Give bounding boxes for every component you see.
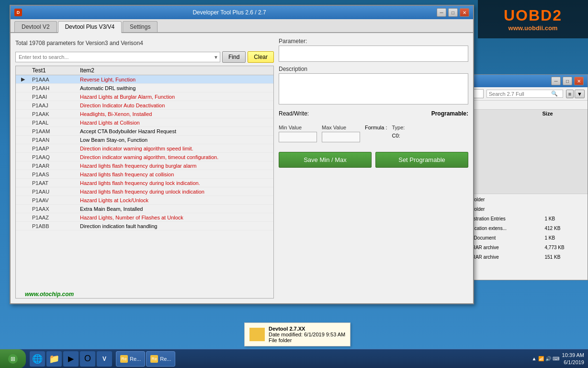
table-row[interactable]: P1AAI Hazard Lights at Burglar Alarm, Fu… <box>16 92 273 101</box>
search-input[interactable] <box>15 52 220 62</box>
pinned-apps: 🌐 📁 ▶ O V <box>30 351 112 367</box>
table-row[interactable]: ▶ P1AAA Reverse Light, Function <box>16 75 273 84</box>
table-row[interactable]: P1AAN Low Beam Stay-on, Function <box>16 136 273 144</box>
table-row[interactable]: P1AAQ Direction indicator warning algori… <box>16 153 273 161</box>
fe-search-input[interactable] <box>489 91 551 97</box>
file-type: Registration Entries <box>464 216 542 221</box>
fe-search-box[interactable]: 🔍 <box>486 90 563 98</box>
param-code: P1AAI <box>30 93 78 100</box>
tooltip-name: Devtool 2.7.XX <box>269 326 345 332</box>
media-icon[interactable]: ▶ <box>63 351 79 367</box>
tab-devtool-v2[interactable]: Devtool V2 <box>14 21 57 32</box>
fe-view-btn2[interactable]: ▼ <box>575 90 585 98</box>
table-row[interactable]: P1AAM Accept CTA Bodybuilder Hazard Requ… <box>16 127 273 136</box>
row-arrow-icon: ▶ <box>16 76 30 82</box>
file-type: WinRAR archive <box>464 254 542 260</box>
param-desc: Hazard lights flash frequency at collisi… <box>78 171 273 178</box>
param-desc: Reverse Light, Function <box>78 76 273 83</box>
find-button[interactable]: Find <box>222 51 246 63</box>
taskbar-item-icon: Re <box>120 355 128 363</box>
table-row[interactable]: P1AAX Extra Main Beam, Installed <box>16 205 273 213</box>
table-row[interactable]: P1AAK Headlights, Bi-Xenon, Installed <box>16 110 273 118</box>
clear-button[interactable]: Clear <box>248 51 274 63</box>
close-btn[interactable]: ✕ <box>460 8 469 17</box>
file-explorer-controls: ─ □ ✕ <box>551 77 584 85</box>
tab-devtool-plus-v3v4[interactable]: Devtool Plus V3/V4 <box>58 21 122 33</box>
devtool-tooltip: Devtool 2.7.XX Date modified: 6/1/2019 9… <box>244 322 351 346</box>
opera-icon[interactable]: O <box>80 351 95 367</box>
min-value-label: Min Value <box>279 125 317 130</box>
save-min-max-button[interactable]: Save Min / Max <box>279 152 372 168</box>
window-controls: ─ □ ✕ <box>437 8 469 17</box>
table-row[interactable]: P1AAS Hazard lights flash frequency at c… <box>16 170 273 179</box>
fe-minimize-btn[interactable]: ─ <box>551 77 561 85</box>
start-button[interactable]: ⊞ <box>0 349 26 368</box>
table-row[interactable]: P1ABB Direction indication fault handlin… <box>16 222 273 230</box>
tab-bar: Devtool V2 Devtool Plus V3/V4 Settings <box>11 19 473 33</box>
ie-icon[interactable]: 🌐 <box>30 351 45 367</box>
parameter-section: Parameter: <box>279 38 468 62</box>
file-size: 4,773 KB <box>545 245 584 250</box>
table-row[interactable]: P1AAJ Direction Indicator Auto Deactivat… <box>16 101 273 110</box>
param-code: P1AAN <box>30 137 78 143</box>
min-value-input[interactable] <box>279 132 317 142</box>
parameter-label: Parameter: <box>279 38 468 45</box>
param-code: P1AAQ <box>30 154 78 161</box>
tray-icon-1: ▲ <box>532 356 537 361</box>
param-code: P1AAS <box>30 171 78 178</box>
formula-label: Formula : <box>365 125 387 130</box>
table-row[interactable]: P1AAH Automatic DRL swithing <box>16 84 273 92</box>
file-size: 1 KB <box>545 216 584 221</box>
tab-settings[interactable]: Settings <box>123 21 158 32</box>
param-desc: Hazard lights flash frequency during loc… <box>78 180 273 186</box>
col2-header: Item2 <box>78 67 273 74</box>
max-value-input[interactable] <box>322 132 360 142</box>
table-row[interactable]: P1AAL Hazard Lights at Collision <box>16 118 273 127</box>
param-desc: Hazard Lights, Number of Flashes at Unlo… <box>78 214 273 221</box>
table-row[interactable]: P1AAP Direction indicator warning algori… <box>16 144 273 153</box>
fe-close-btn[interactable]: ✕ <box>574 77 584 85</box>
file-type: WinRAR archive <box>464 245 542 250</box>
param-table: Test1 Item2 ▶ P1AAA Reverse Light, Funct… <box>15 66 274 299</box>
fe-view-btn[interactable]: ≡ <box>566 90 574 98</box>
tray-volume-icon: 🔊 <box>545 356 551 361</box>
svg-rect-1 <box>249 331 256 334</box>
tray-keyboard-icon: ⌨ <box>553 356 559 361</box>
table-row[interactable]: P1AAT Hazard lights flash frequency duri… <box>16 179 273 187</box>
param-desc: Hazard Lights at Collision <box>78 119 273 126</box>
restore-btn[interactable]: □ <box>448 8 458 17</box>
param-desc: Direction indication fault handling <box>78 223 273 230</box>
fe-search-icon: 🔍 <box>551 91 558 97</box>
param-code: P1AAR <box>30 162 78 169</box>
uobd2-url: www.uobdii.com <box>509 24 558 32</box>
folder-taskbar-icon[interactable]: 📁 <box>46 351 62 367</box>
param-code: P1AAM <box>30 128 78 135</box>
type-label: Type: <box>392 125 405 130</box>
taskbar: ⊞ 🌐 📁 ▶ O V Re Re... Re Re... ▲ <box>0 349 588 368</box>
c0-label: C0: <box>392 133 400 138</box>
taskbar-item-label2: Re... <box>160 356 171 362</box>
param-desc: Direction indicator warning algorithm, t… <box>78 154 273 161</box>
svg-text:⊞: ⊞ <box>11 356 15 362</box>
param-desc: Extra Main Beam, Installed <box>78 206 273 212</box>
table-row[interactable]: P1AAR Hazard lights flash frequency duri… <box>16 161 273 170</box>
table-row[interactable]: P1AAV Hazard Lights at Lock/Unlock <box>16 196 273 205</box>
param-desc: Direction indicator warning algorithm sp… <box>78 145 273 152</box>
right-panel: Parameter: Description Read/Write: <box>279 38 468 299</box>
taskbar-item-re2[interactable]: Re Re... <box>146 351 175 367</box>
fe-maximize-btn[interactable]: □ <box>563 77 572 85</box>
param-code: P1AAT <box>30 180 78 186</box>
uobd2-title: UOBD2 <box>504 6 562 24</box>
volvo-icon[interactable]: V <box>97 351 112 367</box>
minimize-btn[interactable]: ─ <box>437 8 446 17</box>
table-row[interactable]: P1AAZ Hazard Lights, Number of Flashes a… <box>16 213 273 222</box>
file-type: File folder <box>464 207 542 212</box>
table-row[interactable]: P1AAU Hazard lights flash frequency duri… <box>16 187 273 196</box>
taskbar-item-re1[interactable]: Re Re... <box>116 351 145 367</box>
param-code: P1AAK <box>30 111 78 117</box>
param-desc: Hazard Lights at Burglar Alarm, Function <box>78 93 273 100</box>
set-programmable-button[interactable]: Set Programable <box>375 152 468 168</box>
taskbar-right: ▲ 📶 🔊 ⌨ 10:39 AM 6/1/2019 <box>528 352 588 366</box>
param-code: P1AAU <box>30 188 78 195</box>
min-value-group: Min Value <box>279 125 317 142</box>
